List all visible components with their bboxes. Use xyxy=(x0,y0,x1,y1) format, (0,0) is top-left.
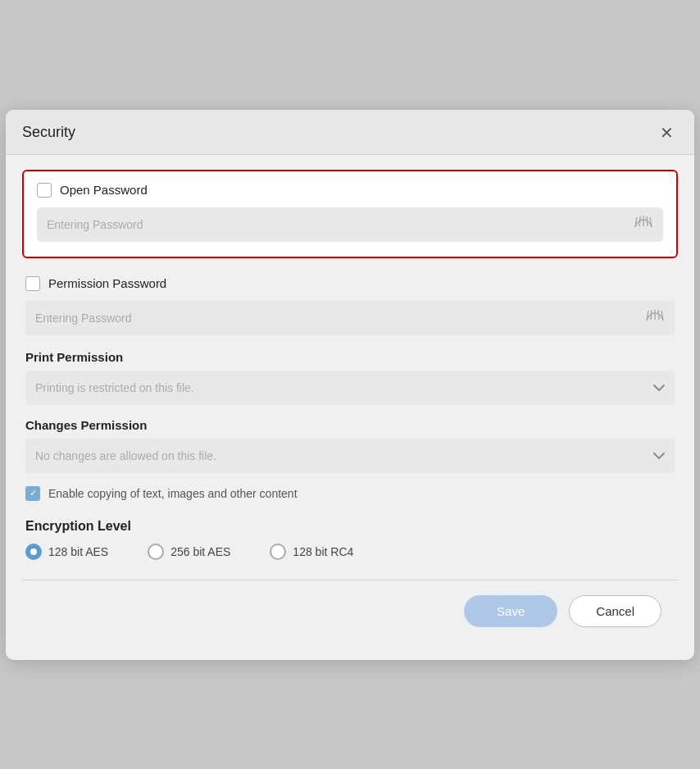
save-button[interactable]: Save xyxy=(464,595,557,627)
security-dialog: Security ✕ Open Password xyxy=(6,110,694,660)
svg-line-4 xyxy=(650,217,652,227)
encryption-radio-group: 128 bit AES 256 bit AES 128 bit RC4 xyxy=(25,544,675,560)
copy-content-row: Enable copying of text, images and other… xyxy=(25,486,675,501)
permission-password-input-row xyxy=(25,301,675,335)
radio-aes128-circle xyxy=(25,544,42,560)
print-permission-value: Printing is restricted on this file. xyxy=(35,381,653,394)
dialog-footer: Save Cancel xyxy=(22,595,678,644)
dialog-header: Security ✕ xyxy=(6,110,694,155)
permission-password-label: Permission Password xyxy=(48,276,166,290)
radio-aes128-label: 128 bit AES xyxy=(48,545,108,558)
open-password-checkbox-row: Open Password xyxy=(37,183,663,198)
radio-item-aes256[interactable]: 256 bit AES xyxy=(148,544,230,560)
copy-content-label: Enable copying of text, images and other… xyxy=(48,487,298,500)
svg-line-8 xyxy=(658,310,659,320)
dialog-title: Security xyxy=(22,124,75,141)
dialog-body: Open Password xyxy=(6,155,694,660)
permission-password-checkbox[interactable] xyxy=(25,276,40,291)
svg-line-6 xyxy=(651,310,652,320)
changes-permission-label: Changes Permission xyxy=(25,418,675,432)
copy-content-checkbox[interactable] xyxy=(25,486,40,501)
permission-password-eye-icon[interactable] xyxy=(645,309,665,326)
radio-item-rc4128[interactable]: 128 bit RC4 xyxy=(270,544,353,560)
close-button[interactable]: ✕ xyxy=(655,121,678,144)
permission-password-input[interactable] xyxy=(35,312,645,325)
footer-divider xyxy=(22,580,678,580)
print-permission-section: Print Permission Printing is restricted … xyxy=(25,350,675,405)
encryption-title: Encryption Level xyxy=(25,519,675,534)
changes-permission-select[interactable]: No changes are allowed on this file. xyxy=(25,439,675,473)
open-password-checkbox[interactable] xyxy=(37,183,52,198)
open-password-input[interactable] xyxy=(47,218,634,231)
svg-line-0 xyxy=(635,217,637,227)
changes-permission-value: No changes are allowed on this file. xyxy=(35,449,653,462)
svg-line-9 xyxy=(661,311,663,321)
close-icon: ✕ xyxy=(660,123,674,143)
radio-rc4128-label: 128 bit RC4 xyxy=(293,545,353,558)
open-password-eye-icon[interactable] xyxy=(634,216,653,233)
permission-password-section: Permission Password xyxy=(22,276,678,335)
encryption-section: Encryption Level 128 bit AES 256 bit AES… xyxy=(25,519,675,560)
radio-item-aes128[interactable]: 128 bit AES xyxy=(25,544,108,560)
print-permission-select[interactable]: Printing is restricted on this file. xyxy=(25,371,675,405)
changes-permission-section: Changes Permission No changes are allowe… xyxy=(25,418,675,473)
open-password-label: Open Password xyxy=(60,183,148,197)
radio-aes256-circle xyxy=(148,544,164,560)
radio-aes256-label: 256 bit AES xyxy=(170,545,230,558)
cancel-button[interactable]: Cancel xyxy=(569,595,661,627)
radio-rc4128-circle xyxy=(270,544,286,560)
permission-password-checkbox-row: Permission Password xyxy=(25,276,675,291)
open-password-input-row xyxy=(37,207,663,242)
print-permission-chevron-icon xyxy=(653,381,665,394)
svg-line-3 xyxy=(647,216,648,226)
changes-permission-chevron-icon xyxy=(653,449,665,462)
open-password-section: Open Password xyxy=(22,170,678,258)
svg-line-1 xyxy=(639,216,640,226)
svg-line-5 xyxy=(647,311,648,321)
print-permission-label: Print Permission xyxy=(25,350,675,364)
